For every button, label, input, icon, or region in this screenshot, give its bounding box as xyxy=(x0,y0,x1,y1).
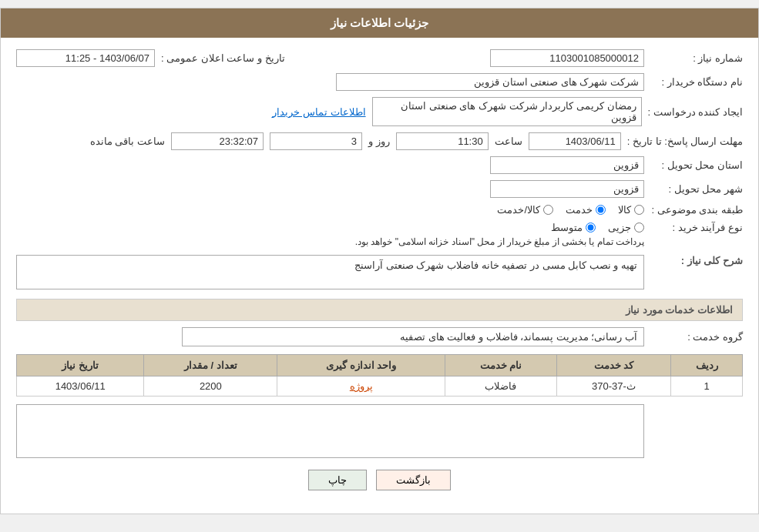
services-table-section: ردیف کد خدمت نام خدمت واحد اندازه گیری ت… xyxy=(16,354,743,396)
grooh-khedmat-label: گروه خدمت : xyxy=(650,331,743,343)
tarighe-kala-khedmat-label: کالا/خدمت xyxy=(497,204,540,216)
mohlat-rooz-value: 3 xyxy=(270,132,362,150)
page-title: جزئیات اطلاعات نیاز xyxy=(331,16,428,29)
tarikh-saat-value: 1403/06/07 - 11:25 xyxy=(16,49,155,67)
mohlat-saat-label: ساعت xyxy=(495,136,522,147)
mohlat-label: مهلت ارسال پاسخ: تا تاریخ : xyxy=(627,136,743,147)
back-button[interactable]: بازگشت xyxy=(376,470,451,490)
shahr-label: شهر محل تحویل : xyxy=(650,183,743,195)
nam-dastgah-label: نام دستگاه خریدار : xyxy=(650,76,743,88)
ijad-konande-label: ایجاد کننده درخواست : xyxy=(648,106,743,118)
mohlat-rooz-label: روز و xyxy=(368,136,390,147)
service-section-header: اطلاعات خدمات مورد نیاز xyxy=(16,299,743,321)
sharh-value: تهیه و نصب کابل مسی در تصفیه خانه فاضلاب… xyxy=(16,255,644,289)
mohlat-countdown: 23:32:07 xyxy=(171,132,264,150)
cell-kod: ث-37-370 xyxy=(556,376,671,396)
cell-vahed[interactable]: پروژه xyxy=(277,376,445,396)
ijad-konande-value: رمضان کریمی کاربردار شرکت شهرک های صنعتی… xyxy=(372,97,642,126)
col-vahed: واحد اندازه گیری xyxy=(277,355,445,376)
nooe-farayand-radio-group: جزیی متوسط xyxy=(355,222,644,233)
cell-tedad: 2200 xyxy=(144,376,277,396)
tarighe-option-kala[interactable]: کالا xyxy=(618,204,644,216)
toseeh-textarea[interactable] xyxy=(16,404,644,458)
tarighe-radio-group: کالا خدمت کالا/خدمت xyxy=(497,204,644,216)
tarighe-label: طبقه بندی موضوعی : xyxy=(650,204,743,216)
farayand-motavaset-label: متوسط xyxy=(551,222,583,233)
shomara-niaz-label: شماره نیاز : xyxy=(650,52,743,64)
farayand-option-motavaset[interactable]: متوسط xyxy=(551,222,596,233)
farayand-note: پرداخت تمام یا بخشی از مبلغ خریدار از مح… xyxy=(355,236,644,247)
tarighe-khedmat-label: خدمت xyxy=(566,204,593,216)
tarighe-option-kala-khedmat[interactable]: کالا/خدمت xyxy=(497,204,553,216)
col-tarikh: تاریخ نیاز xyxy=(17,355,144,376)
col-radif: ردیف xyxy=(671,355,743,376)
col-tedad: تعداد / مقدار xyxy=(144,355,277,376)
sharh-section-label: شرح کلی نیاز : xyxy=(650,255,743,266)
vahed-link[interactable]: پروژه xyxy=(350,380,373,392)
cell-tarikh: 1403/06/11 xyxy=(17,376,144,396)
shomara-niaz-value: 1103001085000012 xyxy=(490,49,644,67)
grooh-khedmat-value: آب رسانی؛ مدیریت پسماند، فاضلاب و فعالیت… xyxy=(182,327,644,346)
shahr-value: قزوین xyxy=(490,180,644,198)
ostan-label: استان محل تحویل : xyxy=(650,159,743,171)
col-kod: کد خدمت xyxy=(556,355,671,376)
cell-nam: فاضلاب xyxy=(445,376,556,396)
tarighe-option-khedmat[interactable]: خدمت xyxy=(566,204,606,216)
nooe-farayand-label: نوع فرآیند خرید : xyxy=(650,222,743,233)
farayand-option-jozi[interactable]: جزیی xyxy=(608,222,644,233)
mohlat-date-value: 1403/06/11 xyxy=(529,132,621,150)
button-row: بازگشت چاپ xyxy=(16,470,743,490)
table-row: 1ث-37-370فاضلابپروژه22001403/06/11 xyxy=(17,376,743,396)
tarikh-saat-label: تاریخ و ساعت اعلان عمومی : xyxy=(161,52,285,64)
mohlat-saat-value: 11:30 xyxy=(396,132,489,150)
page-header: جزئیات اطلاعات نیاز xyxy=(1,8,758,38)
nam-dastgah-value: شرکت شهرک های صنعتی استان قزوین xyxy=(336,73,644,91)
ettelaat-tamas-link[interactable]: اطلاعات تماس خریدار xyxy=(272,106,365,118)
farayand-jozi-label: جزیی xyxy=(608,222,631,233)
ostan-value: قزوین xyxy=(490,156,644,174)
cell-radif: 1 xyxy=(671,376,743,396)
col-nam: نام خدمت xyxy=(445,355,556,376)
print-button[interactable]: چاپ xyxy=(308,470,367,490)
mohlat-baqi-label: ساعت باقی مانده xyxy=(90,136,165,147)
services-table: ردیف کد خدمت نام خدمت واحد اندازه گیری ت… xyxy=(16,354,743,396)
tarighe-kala-label: کالا xyxy=(618,204,631,216)
